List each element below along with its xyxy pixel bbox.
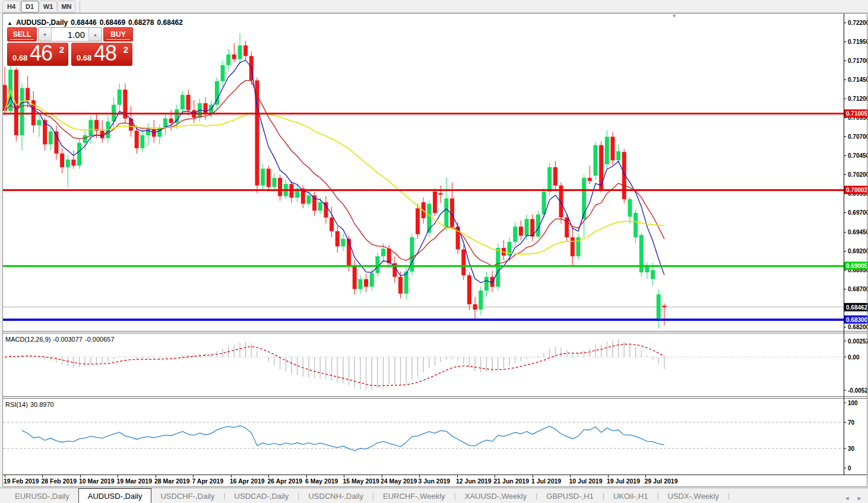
rsi-name: RSI(14) (5, 401, 28, 408)
sell-price-big: 46 (30, 41, 52, 66)
sell-price-box[interactable]: 0.68 46 2 (7, 43, 68, 66)
candle-body (473, 304, 477, 310)
chart-shift-icon: ▼ (671, 13, 677, 19)
candle-body (364, 279, 368, 287)
date-label: 24 May 2019 (381, 477, 417, 485)
candle-body (83, 135, 87, 143)
macd-label: MACD(12,26,9)-0.003077-0.000657 (5, 336, 117, 343)
candle-body (605, 137, 609, 164)
candle-body (261, 168, 265, 185)
rsi-axis-label: 0 (848, 465, 851, 472)
candle-body (519, 227, 523, 235)
tab-audusd-daily[interactable]: AUDUSD-,Daily (78, 488, 152, 503)
candle-body (513, 227, 517, 242)
candle-body (318, 202, 322, 211)
price-tick-label: 0.68200 (848, 324, 868, 330)
price-tick-label: 0.71950 (848, 39, 868, 45)
buy-price-prefix: 0.68 (77, 53, 91, 62)
macd-axis-label: -0.005234 (848, 387, 868, 394)
chart-title: ▲AUDUSD-,Daily0.684460.684690.682780.684… (7, 18, 186, 27)
date-label: 19 Feb 2019 (4, 477, 39, 485)
candle-body (77, 143, 81, 166)
candle-body (347, 239, 351, 266)
chart-symbol: AUDUSD-,Daily (16, 18, 68, 27)
candle-body (633, 213, 638, 237)
candle-body (243, 46, 248, 56)
candle-body (450, 199, 454, 227)
candle-body (278, 178, 282, 196)
rsi-axis-label: 100 (848, 400, 858, 406)
date-label: 7 Apr 2019 (192, 477, 224, 485)
candle-body (657, 294, 661, 319)
buy-price-sup: 2 (123, 44, 128, 55)
candle-body (444, 199, 448, 228)
candle-body (186, 95, 191, 110)
current-price-label-text: 0.68462 (846, 304, 868, 311)
candle-body (71, 160, 75, 165)
quote-close: 0.68462 (157, 18, 182, 27)
macd-name: MACD(12,26,9) (5, 336, 50, 343)
tab-usdx-weekly[interactable]: USDX-,Weekly (659, 489, 728, 503)
volume-input[interactable] (52, 28, 88, 41)
volume-up-icon[interactable]: ▲ (88, 28, 102, 41)
candle-body (49, 132, 53, 145)
tab-ukoil-h1[interactable]: UKOil-,H1 (604, 489, 657, 503)
sell-button[interactable]: SELL (7, 27, 37, 42)
symbol-tab-bar: EURUSD-,DailyAUDUSD-,DailyUSDCHF-,Daily|… (0, 488, 868, 503)
price-level-label-text: 0.68300 (846, 317, 868, 323)
macd-value: -0.003077 (53, 336, 83, 343)
date-label: 21 Jun 2019 (494, 477, 530, 485)
one-click-trade-panel: SELL ▼ ▲ BUY 0.68 46 2 0.68 48 2 (7, 27, 133, 66)
candle-body (238, 46, 242, 59)
candle-body (553, 167, 557, 186)
tab-eurusd-daily[interactable]: EURUSD-,Daily (6, 489, 78, 503)
price-level-label-text: 0.69005 (846, 263, 868, 269)
date-label: 29 Jul 2019 (645, 477, 678, 485)
price-tick-label: 0.71450 (848, 77, 868, 83)
sell-price-sup: 2 (59, 44, 64, 55)
price-tick-label: 0.68700 (848, 286, 868, 292)
date-label: 10 Mar 2019 (79, 477, 115, 485)
macd-axis-label: 0.00 (848, 354, 860, 361)
date-label: 28 Mar 2019 (154, 477, 190, 485)
collapse-icon[interactable]: ▲ (7, 20, 12, 26)
candle-body (593, 145, 597, 176)
candle-body (330, 218, 334, 231)
date-label: 19 Jul 2019 (607, 477, 640, 485)
price-tick-label: 0.70200 (848, 171, 868, 178)
candle-body (358, 279, 362, 289)
candle-body (645, 266, 649, 272)
tab-usdcad-daily[interactable]: USDCAD-,Daily (226, 489, 298, 503)
candle-body (20, 88, 24, 135)
chart-canvas[interactable]: 0.722000.719500.717000.714500.712000.709… (0, 0, 868, 488)
candle-body (467, 275, 471, 304)
candle-body (375, 256, 379, 273)
price-tick-label: 0.70450 (848, 152, 868, 159)
tab-scroll-left-icon[interactable]: ◄ (844, 495, 850, 501)
candle-body (169, 119, 173, 123)
candle-body (370, 273, 374, 286)
candle-body (180, 95, 185, 109)
date-label: 28 Feb 2019 (42, 477, 77, 485)
price-tick-label: 0.71700 (848, 58, 868, 64)
tab-gbpusd-h1[interactable]: GBPUSD-,H1 (537, 489, 602, 503)
tab-xauusd-weekly[interactable]: XAUUSD-,Weekly (456, 489, 536, 503)
buy-button[interactable]: BUY (103, 27, 133, 42)
candle-body (433, 192, 437, 213)
candle-body (496, 248, 500, 286)
tab-scroll-right-icon[interactable]: ► (857, 495, 862, 501)
price-level-label-text: 0.70002 (846, 187, 868, 193)
buy-price-box[interactable]: 0.68 48 2 (71, 43, 132, 66)
candle-body (547, 167, 552, 192)
date-label: 6 May 2019 (305, 477, 338, 485)
price-tick-label: 0.69200 (848, 248, 868, 254)
tab-usdchf-daily[interactable]: USDCHF-,Daily (151, 489, 223, 503)
volume-down-icon[interactable]: ▼ (39, 28, 52, 41)
candle-body (341, 239, 345, 247)
tab-usdcnh-daily[interactable]: USDCNH-,Daily (299, 489, 372, 503)
quote-open: 0.68446 (71, 18, 96, 27)
price-tick-label: 0.72200 (848, 20, 868, 26)
candle-body (290, 184, 294, 198)
tab-eurchf-weekly[interactable]: EURCHF-,Weekly (374, 489, 454, 503)
mt4-terminal: H4D1W1MN 0.722000.719500.717000.714500.7… (0, 0, 868, 503)
